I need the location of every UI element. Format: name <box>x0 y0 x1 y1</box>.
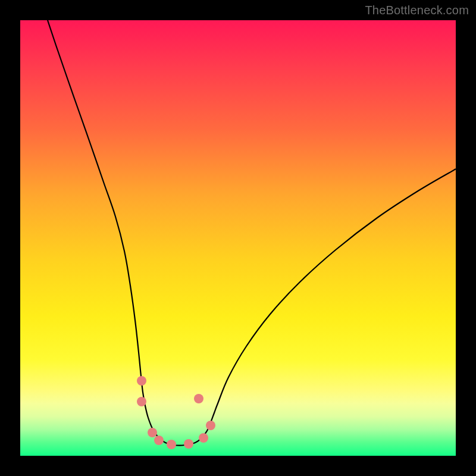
data-point-marker <box>184 439 193 449</box>
chart-frame: TheBottleneck.com <box>0 0 476 476</box>
data-point-marker <box>154 436 164 445</box>
data-point-marker <box>137 397 146 406</box>
curve-overlay <box>20 20 456 456</box>
data-point-marker <box>206 421 215 430</box>
watermark-text: TheBottleneck.com <box>365 4 469 17</box>
data-point-marker <box>199 433 208 443</box>
data-point-marker <box>167 440 176 449</box>
plot-area <box>20 20 456 456</box>
data-point-marker <box>137 376 146 386</box>
bottleneck-curve <box>48 20 456 446</box>
data-point-marker <box>148 428 157 437</box>
data-point-marker <box>194 394 203 403</box>
